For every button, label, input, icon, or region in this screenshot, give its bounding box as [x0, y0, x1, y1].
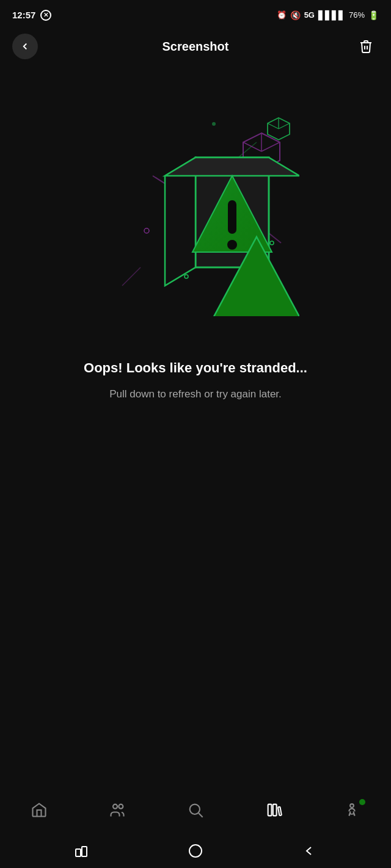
error-subtitle: Pull down to refresh or try again later. [37, 386, 354, 402]
svg-rect-32 [76, 849, 81, 856]
page-title: Screenshot [163, 40, 229, 54]
mute-icon: 🔇 [290, 10, 301, 20]
alarm-icon: ⏰ [277, 10, 287, 20]
time-display: 12:57 [12, 10, 35, 20]
nav-item-library[interactable] [255, 797, 292, 823]
top-nav: Screenshot [0, 27, 391, 66]
svg-point-1 [144, 228, 149, 233]
svg-rect-29 [273, 805, 277, 816]
svg-line-27 [199, 813, 202, 817]
battery-indicator: 76% [349, 10, 365, 20]
nav-item-friends[interactable] [99, 797, 136, 823]
trash-icon [359, 39, 373, 54]
svg-rect-28 [268, 805, 272, 816]
svg-line-10 [243, 142, 261, 151]
home-button[interactable] [189, 844, 202, 858]
svg-rect-33 [82, 847, 87, 856]
signal-icon: ▋▋▋▋ [318, 10, 345, 20]
svg-point-26 [190, 805, 200, 814]
friends-icon [109, 801, 126, 819]
svg-rect-30 [278, 807, 282, 816]
home-icon [31, 801, 48, 819]
green-cube [268, 118, 290, 140]
nav-item-profile[interactable] [334, 797, 370, 823]
library-icon [265, 801, 282, 819]
error-text-area: Oops! Looks like you're stranded... Pull… [0, 347, 391, 414]
nav-item-home[interactable] [21, 797, 57, 823]
monitor-frame [165, 157, 299, 316]
back-arrow-icon [303, 844, 316, 858]
svg-point-3 [185, 275, 188, 278]
status-bar: 12:57 ✕ ⏰ 🔇 5G ▋▋▋▋ 76% 🔋 [0, 0, 391, 27]
search-icon [187, 801, 204, 819]
bottom-nav [0, 789, 391, 831]
svg-point-25 [119, 805, 123, 809]
chevron-left-icon [20, 41, 31, 52]
svg-line-15 [279, 123, 290, 129]
delete-button[interactable] [353, 34, 379, 59]
svg-marker-17 [165, 157, 196, 286]
recents-icon [75, 844, 88, 858]
error-svg [92, 96, 299, 316]
svg-line-14 [268, 123, 279, 129]
status-right: ⏰ 🔇 5G ▋▋▋▋ 76% 🔋 [277, 10, 379, 20]
svg-point-0 [212, 122, 216, 126]
svg-point-2 [270, 241, 274, 245]
system-nav [0, 834, 391, 868]
battery-icon: 🔋 [368, 10, 379, 20]
nav-item-search[interactable] [177, 797, 214, 823]
status-left: 12:57 ✕ [12, 10, 51, 21]
svg-point-22 [227, 240, 237, 250]
error-title: Oops! Looks like you're stranded... [37, 359, 354, 378]
network-indicator: 5G [304, 10, 315, 20]
back-button[interactable] [12, 34, 38, 59]
back-button-sys[interactable] [303, 844, 316, 858]
svg-point-24 [113, 805, 117, 809]
svg-line-6 [122, 267, 141, 286]
error-illustration [0, 78, 391, 335]
home-circle-icon [189, 844, 202, 858]
svg-rect-21 [228, 200, 236, 234]
svg-point-31 [350, 804, 354, 808]
xbox-icon: ✕ [40, 10, 51, 21]
recents-button[interactable] [75, 844, 88, 858]
notification-badge [359, 799, 365, 805]
svg-line-11 [261, 142, 280, 151]
profile-icon [343, 801, 360, 819]
